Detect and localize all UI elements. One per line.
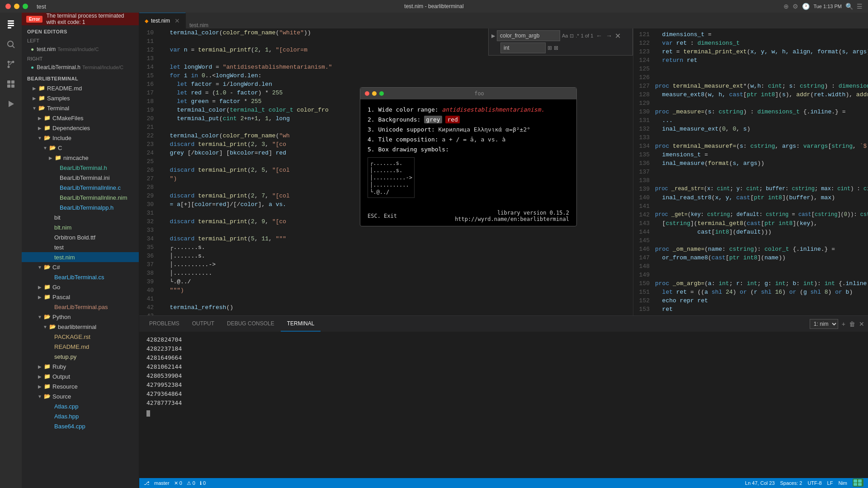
line-num: 13 <box>139 54 154 63</box>
tree-item-bearlib-inline-nim[interactable]: BearLibTerminalInline.nim <box>22 192 139 202</box>
rln: 139 <box>633 185 650 193</box>
terminal-selector[interactable]: 1: nim <box>810 319 838 329</box>
open-file-bearlib-h[interactable]: ● BearLibTerminal.h Terminal/Include/C <box>22 62 139 72</box>
tree-item-package-rst[interactable]: PACKAGE.rst <box>22 332 139 342</box>
git-icon[interactable] <box>3 56 19 72</box>
extensions-icon[interactable] <box>3 76 19 92</box>
terminal-output[interactable]: 4282824704 4282237184 4281649664 4281062… <box>139 332 868 478</box>
bearlib-icon <box>853 479 863 488</box>
search-icon[interactable]: 🔍 <box>845 3 853 10</box>
tree-item-csharp[interactable]: ▼ 📂 C# <box>22 262 139 272</box>
term-close-btn[interactable] <box>365 91 369 96</box>
tree-item-bearlib-inline-c[interactable]: BearLibTerminalInline.c <box>22 183 139 192</box>
error-count[interactable]: ✕ 0 <box>174 480 182 486</box>
tree-item-bearlib-pp[interactable]: BearLibTerminalpp.h <box>22 202 139 212</box>
rln: 153 <box>633 305 650 314</box>
tree-item-nimcache[interactable]: ▶ 📁 nimcache <box>22 153 139 163</box>
line-ending[interactable]: LF <box>827 480 833 486</box>
tree-item-readme-md-py[interactable]: README.md <box>22 342 139 352</box>
tree-item-python[interactable]: ▼ 📂 Python <box>22 312 139 322</box>
tree-item-test-nim[interactable]: test.nim <box>22 252 139 262</box>
tree-item-atlas-cpp[interactable]: Atlas.cpp <box>22 401 139 411</box>
close-button[interactable] <box>5 4 11 9</box>
tab-output[interactable]: OUTPUT <box>186 316 221 332</box>
search-activity-icon[interactable] <box>3 36 19 52</box>
file-hpp-icon <box>51 204 58 211</box>
tree-item-cmakefiles[interactable]: ▶ 📁 CMakeFiles <box>22 113 139 123</box>
cursor-position[interactable]: Ln 47, Col 23 <box>745 480 774 486</box>
menu-icon[interactable]: ☰ <box>857 3 863 10</box>
rln: 142 <box>633 211 650 219</box>
line-num: 10 <box>139 28 154 37</box>
debug-icon[interactable] <box>3 96 19 112</box>
info-count[interactable]: ℹ 0 <box>200 480 206 486</box>
tree-item-dependencies[interactable]: ▶ 📁 Dependencies <box>22 123 139 133</box>
tree-item-bit[interactable]: bit <box>22 212 139 222</box>
warning-num: 0 <box>193 480 195 486</box>
tree-item-terminal[interactable]: ▼ 📂 Terminal <box>22 103 139 113</box>
tree-item-include[interactable]: ▼ 📂 Include <box>22 133 139 143</box>
tree-item-atlas-hpp[interactable]: Atlas.hpp <box>22 411 139 421</box>
language-mode[interactable]: Nim <box>838 480 847 486</box>
replace-all-icon[interactable]: ⊠ <box>554 45 558 51</box>
replace-one-icon[interactable]: ⊞ <box>547 45 552 51</box>
tab-debug-console[interactable]: DEBUG CONSOLE <box>221 316 281 332</box>
terminal-add-button[interactable]: + <box>842 320 845 328</box>
term-max-btn[interactable] <box>379 91 384 96</box>
chevron-down-icon4: ▼ <box>36 263 43 271</box>
right-panel: 121 122 123 124 125 126 127 128 129 130 … <box>633 28 868 315</box>
find-expand-icon[interactable]: ▶ <box>491 33 495 39</box>
encoding[interactable]: UTF-8 <box>807 480 821 486</box>
tab-problems[interactable]: PROBLEMS <box>143 316 186 332</box>
tree-item-source[interactable]: ▼ 📂 Source <box>22 391 139 401</box>
tree-item-bearlib-pas[interactable]: BearLibTerminal.pas <box>22 302 139 312</box>
terminal-close-button[interactable]: ✕ <box>859 320 864 328</box>
tree-item-pascal[interactable]: ▶ 📁 Pascal <box>22 292 139 302</box>
tree-item-samples[interactable]: ▶ 📁 Samples <box>22 93 139 103</box>
term-item-num2: 2. <box>368 116 378 123</box>
tree-item-resource[interactable]: ▶ 📁 Resource <box>22 381 139 391</box>
term-item-num3: 3. <box>368 126 378 133</box>
find-close-button[interactable]: ✕ <box>615 32 621 40</box>
code-editor[interactable]: ▶ Aa ⊡ .* 1 of 1 ← → ✕ ⊞ <box>139 28 633 315</box>
tree-item-base64-cpp[interactable]: Base64.cpp <box>22 421 139 431</box>
find-input[interactable] <box>497 30 560 41</box>
tree-item-output[interactable]: ▶ 📁 Output <box>22 371 139 381</box>
tree-item-readme-md[interactable]: ▶ 📁 README.md <box>22 83 139 93</box>
minimize-button[interactable] <box>14 4 19 9</box>
tree-item-test[interactable]: test <box>22 242 139 252</box>
indentation[interactable]: Spaces: 2 <box>780 480 802 486</box>
line-num: 16 <box>139 80 154 89</box>
tree-item-orbitron[interactable]: Orbitron Bold.ttf <box>22 232 139 242</box>
terminal-delete-button[interactable]: 🗑 <box>849 320 855 328</box>
open-file-test-nim[interactable]: ● test.nim Terminal/Include/C <box>22 44 139 54</box>
tree-item-go[interactable]: ▶ 📁 Go <box>22 282 139 292</box>
tree-item-setup-py[interactable]: setup.py <box>22 352 139 361</box>
folder-resource-icon: 📁 <box>43 383 51 390</box>
tree-item-bearlib-cs[interactable]: BearLibTerminal.cs <box>22 272 139 282</box>
tree-item-blt-nim[interactable]: blt.nim <box>22 222 139 232</box>
tree-item-bearlib-ini[interactable]: BearLibTerminal.ini <box>22 173 139 183</box>
rln: 150 <box>633 279 650 288</box>
tree-item-bearlib-h-file[interactable]: BearLibTerminal.h <box>22 163 139 173</box>
tree-item-c-folder[interactable]: ▼ 📂 C <box>22 143 139 153</box>
find-next-button[interactable]: → <box>605 32 613 39</box>
tab-terminal[interactable]: TERMINAL <box>281 316 321 332</box>
find-prev-button[interactable]: ← <box>595 32 603 39</box>
folder-ruby-icon: 📁 <box>43 363 51 370</box>
rln: 140 <box>633 193 650 202</box>
traffic-lights[interactable]: test <box>5 3 46 10</box>
term-url-label: http://wyrd.name/en:bearlibterminal <box>455 216 569 222</box>
tree-item-ruby[interactable]: ▶ 📁 Ruby <box>22 361 139 371</box>
file-md-icon <box>45 343 52 350</box>
explorer-icon[interactable] <box>3 16 19 33</box>
find-regex-icon: .* <box>576 33 579 38</box>
tab-close-button[interactable]: ✕ <box>175 17 180 24</box>
warning-count[interactable]: ⚠ 0 <box>187 480 195 486</box>
term-min-btn[interactable] <box>372 91 377 96</box>
tree-item-bearlibterminal[interactable]: ▼ 📂 bearlibterminal <box>22 322 139 332</box>
replace-input[interactable] <box>500 42 546 53</box>
maximize-button[interactable] <box>23 4 28 9</box>
tab-test-nim[interactable]: ◆ test.nim ✕ <box>139 13 186 28</box>
rln: 133 <box>633 133 650 142</box>
